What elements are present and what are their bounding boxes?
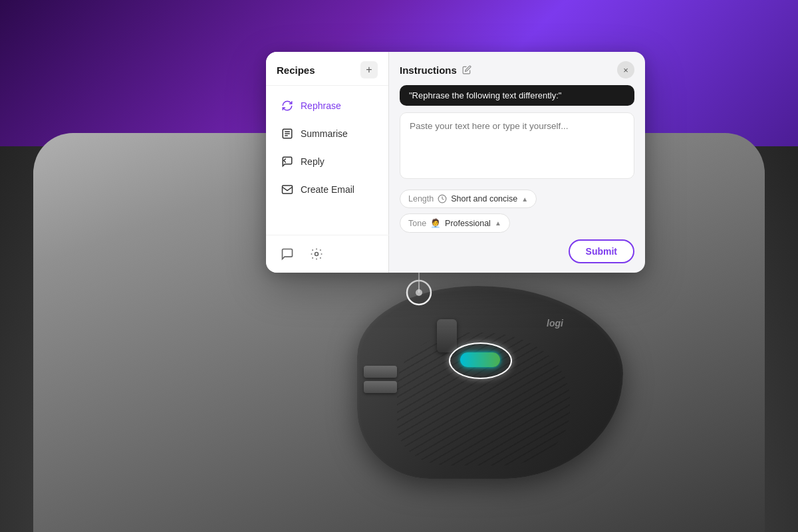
tone-chevron: ▲ (495, 219, 501, 227)
create-email-label: Create Email (301, 184, 354, 195)
mouse-graphic: logi (357, 266, 636, 479)
submit-row: Submit (389, 239, 645, 273)
recipes-title: Recipes (277, 65, 315, 76)
recipes-panel: Recipes + Rephrase (266, 52, 389, 273)
svg-rect-8 (283, 186, 293, 194)
mouse-scroll-wheel (437, 319, 457, 352)
recipe-item-create-email[interactable]: Create Email (270, 176, 384, 203)
recipe-item-reply[interactable]: Reply (270, 148, 384, 175)
instructions-title-row: Instructions (400, 65, 471, 76)
text-input-area (400, 112, 634, 182)
tone-label: Tone (408, 219, 426, 228)
mouse-body: logi (357, 286, 623, 479)
close-button[interactable]: × (617, 61, 634, 78)
tone-chip[interactable]: Tone 🧑‍💼 Professional ▲ (400, 213, 510, 233)
mouse-logo: logi (543, 313, 583, 332)
recipes-footer (266, 235, 389, 273)
text-input[interactable] (400, 112, 634, 179)
length-chip[interactable]: Length Short and concise ▲ (400, 190, 537, 208)
ai-popup: Recipes + Rephrase (266, 52, 645, 273)
length-value: Short and concise (451, 194, 517, 203)
recipe-item-rephrase[interactable]: Rephrase (270, 92, 384, 119)
recipe-item-summarise[interactable]: Summarise (270, 120, 384, 147)
chat-button[interactable] (277, 243, 298, 265)
instructions-title: Instructions (400, 65, 457, 76)
email-icon (281, 183, 294, 196)
reply-icon (281, 155, 294, 168)
mouse-circle-highlight (449, 342, 512, 379)
instruction-tag: "Rephrase the following text differently… (400, 85, 634, 106)
tone-emoji: 🧑‍💼 (430, 218, 441, 228)
summarise-icon (281, 127, 294, 140)
length-label: Length (408, 194, 434, 203)
rephrase-label: Rephrase (301, 100, 341, 111)
length-chevron: ▲ (521, 196, 528, 203)
reply-label: Reply (301, 156, 325, 167)
summarise-label: Summarise (301, 128, 348, 139)
recipes-header: Recipes + (266, 52, 388, 86)
tone-value: Professional (445, 219, 491, 228)
mouse-side-btn-1 (364, 366, 397, 378)
mouse-side-buttons (364, 366, 397, 393)
add-recipe-button[interactable]: + (360, 61, 378, 78)
rephrase-icon (281, 99, 294, 112)
instructions-header: Instructions × (389, 52, 645, 85)
svg-point-9 (315, 253, 319, 256)
options-row: Length Short and concise ▲ Tone 🧑‍💼 Prof… (389, 190, 645, 239)
submit-button[interactable]: Submit (569, 239, 634, 263)
mouse-side-btn-2 (364, 381, 397, 393)
settings-button[interactable] (306, 243, 327, 265)
instructions-panel: Instructions × "Rephrase the following t… (389, 52, 645, 273)
edit-icon[interactable] (462, 65, 471, 74)
recipe-list: Rephrase Summarise (266, 86, 388, 209)
svg-text:logi: logi (547, 318, 564, 329)
